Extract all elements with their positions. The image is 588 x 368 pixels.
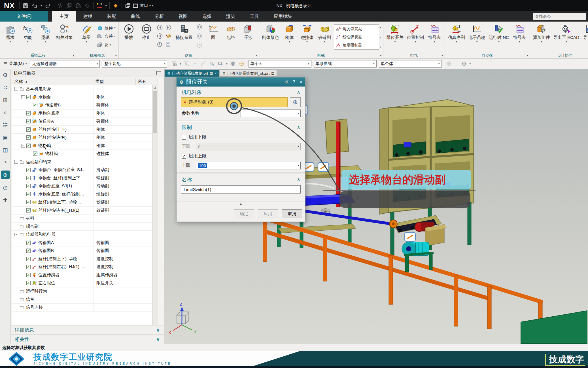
- ribbon-mini-clockico-button[interactable]: [157, 41, 164, 49]
- tree-row[interactable]: ✓传送带A碰撞体: [12, 117, 152, 126]
- rect-snap-icon[interactable]: [218, 61, 224, 67]
- graphics-viewport[interactable]: ⚙自动仓储系统案例.prt⊡×⚙自动仓储系统案例_ok.prt⊡: [164, 69, 588, 344]
- checkbox-checked[interactable]: ✓: [33, 152, 37, 156]
- ribbon-button-需求[interactable]: 需求▾: [2, 22, 19, 44]
- dropdown-arrow-icon[interactable]: ▾: [289, 40, 290, 43]
- name-input[interactable]: LimitSwitch(1): [181, 185, 301, 194]
- rail-vise-icon[interactable]: ◫: [1, 146, 10, 154]
- ribbon-button-停止[interactable]: 停止: [138, 22, 155, 44]
- tree-row[interactable]: ✓承物台_丝杆(控制上下...螺旋副: [12, 174, 152, 182]
- checkbox-unchecked[interactable]: [182, 135, 186, 140]
- tree-row[interactable]: ✓传送带B碰撞体: [12, 101, 152, 110]
- selection-scope-combo[interactable]: 整个装配▾: [102, 60, 167, 68]
- vertical-scroll-thumb[interactable]: [153, 91, 157, 133]
- tree-row[interactable]: ✓传输面A传输面: [12, 239, 152, 247]
- curve-rule-combo[interactable]: 单条曲线▾: [314, 60, 377, 68]
- rail-globe-icon[interactable]: ⊕: [1, 171, 10, 179]
- checkbox-checked[interactable]: ✓: [26, 95, 31, 99]
- tree-row[interactable]: ✓丝杆(控制左右)_HJ(1)_...速度控制: [12, 263, 152, 271]
- dropdown-arrow-icon[interactable]: ▾: [394, 40, 396, 43]
- ribbon-button-碰撞体[interactable]: 碰撞体▾: [299, 22, 316, 44]
- collapse-icon[interactable]: −: [21, 144, 25, 148]
- copy-icon[interactable]: [66, 3, 72, 9]
- window-dropdown-arrow[interactable]: ▾: [149, 4, 151, 7]
- collapse-icon[interactable]: −: [14, 87, 18, 91]
- tree-row[interactable]: ✓丝杆(控制上下)_承物...铰链副: [12, 198, 152, 207]
- dependencies-section[interactable]: 相关性 ∨: [11, 335, 164, 344]
- close-tab-icon[interactable]: ×: [215, 71, 217, 75]
- gallery-scroll-arrows[interactable]: ▴▾▾: [379, 24, 382, 50]
- group-dialog-arrow-icon[interactable]: ▾: [442, 54, 443, 57]
- collapse-icon[interactable]: −: [14, 233, 18, 236]
- rail-box-icon[interactable]: ▣: [1, 133, 10, 142]
- menu-tab-装配[interactable]: 装配: [100, 11, 124, 22]
- orange-frame[interactable]: [263, 218, 543, 339]
- menu-tab-视图[interactable]: 视图: [171, 11, 195, 22]
- gallery-item-角度限制副[interactable]: 角度限制副: [334, 41, 379, 49]
- rail-gear-icon[interactable]: ⚙: [1, 71, 10, 79]
- output-conveyor[interactable]: [389, 215, 447, 246]
- tree-row[interactable]: 材料: [12, 215, 152, 223]
- column-header-name[interactable]: 名称 ▲: [12, 78, 93, 85]
- tree-row[interactable]: 信号: [12, 295, 152, 304]
- find-command-input[interactable]: [533, 13, 586, 20]
- tree-row[interactable]: ✓丝杆(控制左右)_HJ(1)铰链副: [12, 207, 152, 215]
- ribbon-button-仿真序列[interactable]: 仿真序列▾: [447, 22, 466, 44]
- menu-tab-主页[interactable]: 主页: [52, 11, 76, 22]
- limit-switch-quick-icon[interactable]: [96, 3, 103, 9]
- dropdown-arrow-icon[interactable]: ▾: [86, 40, 87, 43]
- limit-switch-dialog[interactable]: ⚙ 限位开关 ↺ ? × 机电对象 ∧ * 选择对象 (0) ⊕: [176, 77, 305, 222]
- checkbox-checked[interactable]: ✓: [26, 200, 31, 204]
- menu-tab-渲染[interactable]: 渲染: [219, 11, 243, 22]
- section-limits[interactable]: 限制 ∧: [177, 123, 305, 131]
- column-header-type[interactable]: 类型: [93, 78, 136, 85]
- upper-limit-combo[interactable]: 190 ▾: [196, 162, 301, 169]
- part-tab-自动仓储系统案例_ok.prt[interactable]: ⚙自动仓储系统案例_ok.prt⊡: [220, 70, 277, 77]
- ribbon-button-符号表[interactable]: 符号表▾: [511, 22, 528, 44]
- dropdown-arrow-icon[interactable]: ▾: [110, 43, 111, 46]
- reset-icon[interactable]: ↺: [284, 79, 288, 85]
- body-rule-combo[interactable]: 单个体▾: [379, 60, 442, 68]
- menu-tab-工具[interactable]: 工具: [243, 11, 266, 22]
- ribbon-button-图[interactable]: 图: [205, 22, 222, 44]
- ok-button[interactable]: 确定: [234, 209, 254, 218]
- shaded-sphere-icon[interactable]: [230, 61, 236, 67]
- checkbox-checked[interactable]: ✓: [26, 249, 31, 253]
- dropdown-arrow-icon[interactable]: ▾: [541, 40, 542, 43]
- ribbon-button-逻辑[interactable]: 逻辑▾: [37, 22, 54, 44]
- undock-icon[interactable]: [156, 71, 161, 75]
- tree-row[interactable]: −✓物料箱刚体: [12, 142, 152, 150]
- dropdown-arrow-icon[interactable]: ▾: [324, 40, 325, 43]
- limit-dropdown-arrow[interactable]: ▾: [105, 4, 107, 7]
- tree-row[interactable]: 耦合副: [12, 223, 152, 231]
- ribbon-button-拉伸[interactable]: 拉伸▾: [95, 24, 117, 32]
- ribbon-button-合并[interactable]: 合并▾: [95, 32, 117, 40]
- tree-row[interactable]: −基本机电对象: [12, 85, 152, 93]
- ribbon-button-刚体[interactable]: 刚体▾: [281, 22, 298, 44]
- checkbox-checked[interactable]: ✓: [26, 257, 31, 261]
- tree-row[interactable]: −运动副和约束: [12, 158, 152, 166]
- dropdown-arrow-icon[interactable]: ▾: [27, 40, 29, 43]
- dropdown-arrow-icon[interactable]: ▾: [519, 40, 520, 43]
- ribbon-mini-chip-button[interactable]: [165, 33, 173, 40]
- tree-row[interactable]: −传感器和执行器: [12, 231, 152, 239]
- close-icon[interactable]: ×: [300, 79, 302, 85]
- dropdown-arrow-icon[interactable]: ▾: [306, 40, 308, 43]
- ribbon-button-包络[interactable]: 包络: [222, 22, 239, 44]
- tree-row[interactable]: ✓承物台底座刚体: [12, 110, 152, 118]
- tree-row[interactable]: −✓承物台刚体: [12, 93, 152, 102]
- param-name-combo[interactable]: ▾: [241, 110, 301, 117]
- window-icon[interactable]: [132, 3, 139, 9]
- dropdown-arrow-icon[interactable]: ▾: [476, 40, 478, 43]
- tree-row[interactable]: 运行时行为: [12, 287, 152, 296]
- dropdown-arrow-icon[interactable]: ▾: [434, 40, 435, 43]
- dropdown-arrow-icon[interactable]: ▾: [10, 40, 11, 43]
- ribbon-mini-sqo-button[interactable]: [196, 33, 203, 40]
- checkbox-checked[interactable]: ✓: [26, 119, 31, 123]
- filter-icon[interactable]: [171, 61, 177, 67]
- menu-tab-曲线[interactable]: 曲线: [124, 11, 147, 22]
- fan-icon[interactable]: [57, 3, 63, 9]
- tree-row[interactable]: ✓承物台底座_丝杆(控制...螺旋副: [12, 190, 152, 199]
- ribbon-button-限位开关[interactable]: 限位开关▾: [385, 22, 405, 44]
- rail-clock-icon[interactable]: ◷: [1, 183, 10, 192]
